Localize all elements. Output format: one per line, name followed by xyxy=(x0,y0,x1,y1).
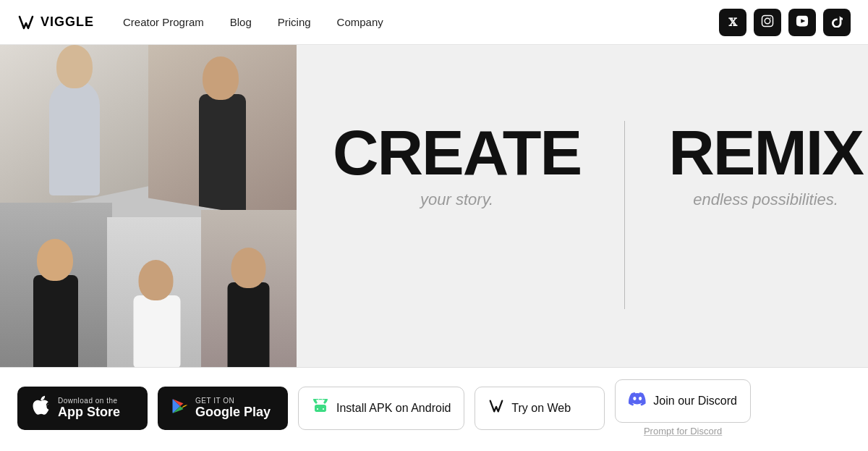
install-apk-label: Install APK on Android xyxy=(336,402,451,415)
brand-name: VIGGLE xyxy=(41,14,94,30)
remix-col: REMIX endless possibilities. xyxy=(632,121,868,209)
nav-blog[interactable]: Blog xyxy=(230,16,252,28)
youtube-icon xyxy=(796,14,809,30)
nav-creator-program[interactable]: Creator Program xyxy=(123,16,204,28)
app-store-label-small: Download on the xyxy=(58,397,120,405)
social-links: 𝕏 xyxy=(719,9,851,36)
discord-icon xyxy=(629,390,646,412)
svg-point-2 xyxy=(770,17,771,19)
image-slot-3 xyxy=(0,203,112,384)
nav-pricing[interactable]: Pricing xyxy=(278,16,311,28)
brand-logo[interactable]: VIGGLE xyxy=(17,14,94,31)
nav-company[interactable]: Company xyxy=(337,16,383,28)
app-store-text: Download on the App Store xyxy=(58,397,120,420)
social-instagram[interactable] xyxy=(754,9,781,36)
remix-heading: REMIX xyxy=(668,121,863,185)
viggle-v-icon xyxy=(488,398,504,418)
headlines: CREATE your story. REMIX endless possibi… xyxy=(297,121,868,309)
navbar: VIGGLE Creator Program Blog Pricing Comp… xyxy=(0,0,868,45)
discord-section: Join our Discord Prompt for Discord xyxy=(615,379,751,437)
social-x-twitter[interactable]: 𝕏 xyxy=(719,9,746,36)
svg-rect-0 xyxy=(762,15,773,26)
vertical-divider xyxy=(624,121,625,309)
google-play-label-big: Google Play xyxy=(195,405,271,420)
app-store-button[interactable]: Download on the App Store xyxy=(17,387,148,430)
apple-icon xyxy=(30,395,51,421)
create-heading: CREATE xyxy=(333,121,581,185)
nav-links: Creator Program Blog Pricing Company xyxy=(123,16,719,28)
x-icon: 𝕏 xyxy=(728,16,737,29)
try-web-button[interactable]: Try on Web xyxy=(475,387,605,430)
discord-button[interactable]: Join our Discord xyxy=(615,379,751,423)
google-play-button[interactable]: GET IT ON Google Play xyxy=(158,387,288,430)
bottom-bar: Download on the App Store GET IT ON Goog… xyxy=(0,367,868,451)
image-slot-1 xyxy=(0,45,148,217)
image-panel xyxy=(0,45,297,384)
create-subtext: your story. xyxy=(420,190,493,209)
android-icon xyxy=(312,397,329,419)
app-store-label-big: App Store xyxy=(58,405,120,420)
image-slot-4 xyxy=(107,217,207,384)
google-play-label-small: GET IT ON xyxy=(195,397,271,405)
create-col: CREATE your story. xyxy=(297,121,617,209)
install-apk-button[interactable]: Install APK on Android xyxy=(298,387,464,430)
main-content: CREATE your story. REMIX endless possibi… xyxy=(0,45,868,384)
instagram-icon xyxy=(761,14,774,30)
image-slot-2 xyxy=(148,45,297,232)
tiktok-icon xyxy=(831,14,843,30)
google-play-text: GET IT ON Google Play xyxy=(195,397,271,420)
image-slot-5 xyxy=(201,210,297,384)
social-tiktok[interactable] xyxy=(823,9,851,36)
google-play-icon xyxy=(171,397,188,420)
viggle-logo-icon xyxy=(17,14,35,31)
remix-subtext: endless possibilities. xyxy=(693,190,838,209)
svg-point-1 xyxy=(765,18,770,24)
discord-label: Join our Discord xyxy=(653,395,737,408)
social-youtube[interactable] xyxy=(788,9,816,36)
hero-section: CREATE your story. REMIX endless possibi… xyxy=(297,45,868,384)
prompt-discord-link[interactable]: Prompt for Discord xyxy=(644,426,722,437)
try-web-label: Try on Web xyxy=(511,402,571,415)
